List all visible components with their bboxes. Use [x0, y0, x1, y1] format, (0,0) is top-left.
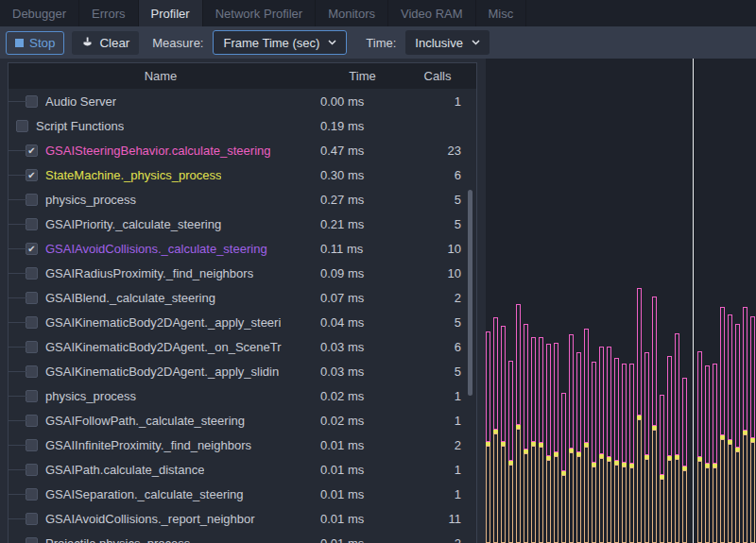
table-row[interactable]: GSAIAvoidCollisions._report_neighbor0.01…	[9, 506, 476, 531]
frame-bar-physics[interactable]	[637, 419, 642, 543]
frame-bar-physics[interactable]	[592, 467, 596, 543]
frame-bar-physics[interactable]	[508, 465, 513, 543]
frame-bar-physics[interactable]	[531, 446, 536, 543]
tab-profiler[interactable]: Profiler	[139, 0, 203, 26]
table-row[interactable]: GSAIPriority._calculate_steering0.21 ms5	[9, 212, 476, 236]
frame-bar-physics[interactable]	[493, 433, 498, 543]
frame-bar-physics[interactable]	[667, 460, 672, 543]
frame-bar-statemachine[interactable]	[576, 452, 581, 456]
row-checkbox[interactable]	[26, 218, 38, 230]
frame-bar-physics[interactable]	[743, 434, 747, 543]
frame-bar-physics[interactable]	[629, 467, 634, 543]
frame-bar-steering[interactable]	[554, 343, 558, 452]
table-row[interactable]: Script Functions0.19 ms	[9, 113, 476, 138]
frame-bar-steering[interactable]	[539, 337, 543, 443]
table-row[interactable]: physics_process0.02 ms1	[9, 383, 476, 408]
table-row[interactable]: Audio Server0.00 ms1	[9, 89, 476, 113]
frame-bar-statemachine[interactable]	[697, 457, 702, 461]
tab-video-ram[interactable]: Video RAM	[388, 0, 476, 26]
table-row[interactable]: GSAIKinematicBody2DAgent._on_SceneTr0.03…	[9, 334, 476, 359]
frame-bar-physics[interactable]	[660, 479, 664, 543]
frame-bar-physics[interactable]	[539, 447, 543, 543]
tab-network-profiler[interactable]: Network Profiler	[203, 0, 316, 26]
frame-bar-statemachine[interactable]	[675, 455, 679, 459]
frame-bar-statemachine[interactable]	[667, 456, 672, 460]
frame-bar-statemachine[interactable]	[652, 426, 657, 430]
frame-bar-steering[interactable]	[735, 324, 740, 448]
frame-bar-physics[interactable]	[682, 470, 687, 543]
frame-bar-physics[interactable]	[750, 442, 755, 543]
frame-bar-physics[interactable]	[697, 461, 702, 543]
frame-bar-steering[interactable]	[667, 356, 672, 456]
frame-bar-steering[interactable]	[493, 317, 498, 430]
selected-frame-cursor[interactable]	[693, 59, 694, 543]
frame-bar-statemachine[interactable]	[607, 457, 611, 461]
frame-bar-steering[interactable]	[697, 351, 702, 457]
row-checkbox[interactable]	[26, 365, 38, 378]
frame-bar-statemachine[interactable]	[705, 464, 710, 467]
table-row[interactable]: GSAIBlend._calculate_steering0.07 ms2	[9, 285, 476, 310]
frame-bar-steering[interactable]	[637, 288, 642, 416]
frame-bar-physics[interactable]	[486, 446, 490, 543]
frame-bar-physics[interactable]	[675, 459, 679, 543]
frame-bar-steering[interactable]	[576, 352, 581, 452]
frame-bar-steering[interactable]	[675, 333, 679, 455]
frame-bar-steering[interactable]	[531, 337, 536, 442]
frame-bar-statemachine[interactable]	[554, 452, 558, 456]
row-checkbox[interactable]	[26, 341, 38, 353]
frame-bar-statemachine[interactable]	[531, 442, 536, 446]
frame-bar-physics[interactable]	[546, 460, 551, 543]
frame-bar-physics[interactable]	[524, 453, 528, 543]
frame-bar-statemachine[interactable]	[493, 430, 498, 433]
stop-button[interactable]: Stop	[6, 31, 64, 55]
row-checkbox[interactable]	[16, 120, 28, 132]
frame-bar-statemachine[interactable]	[728, 440, 732, 444]
table-row[interactable]: GSAIKinematicBody2DAgent._apply_steeri0.…	[9, 310, 476, 334]
table-row[interactable]: physics_process0.27 ms5	[9, 187, 476, 212]
row-checkbox[interactable]	[26, 390, 38, 402]
frame-bar-physics[interactable]	[705, 467, 710, 543]
table-row[interactable]: GSAIPath.calculate_distance0.01 ms1	[9, 457, 476, 482]
tab-misc[interactable]: Misc	[476, 0, 527, 26]
frame-bar-physics[interactable]	[584, 447, 589, 543]
frame-bar-statemachine[interactable]	[501, 442, 506, 446]
frame-bar-physics[interactable]	[501, 446, 506, 543]
frame-bar-steering[interactable]	[569, 334, 574, 449]
frame-bar-physics[interactable]	[614, 465, 619, 543]
frame-bar-physics[interactable]	[644, 459, 649, 543]
frame-bar-physics[interactable]	[607, 461, 611, 543]
table-row[interactable]: GSAIRadiusProximity._find_neighbors0.09 …	[9, 261, 476, 285]
row-checkbox-checked[interactable]: ✔	[26, 243, 38, 255]
frame-bar-steering[interactable]	[652, 297, 657, 426]
table-row[interactable]: Projectile.physics_process0.01 ms2	[9, 531, 476, 543]
row-checkbox-checked[interactable]: ✔	[26, 144, 38, 157]
table-row[interactable]: ✔GSAISteeringBehavior.calculate_steering…	[9, 138, 476, 162]
table-row[interactable]: ✔StateMachine._physics_process0.30 ms6	[9, 162, 476, 187]
frame-bar-physics[interactable]	[599, 458, 604, 543]
clear-button[interactable]: Clear	[72, 31, 139, 55]
frame-bar-statemachine[interactable]	[614, 461, 619, 465]
frame-bar-physics[interactable]	[561, 475, 566, 543]
frame-bar-statemachine[interactable]	[720, 435, 725, 439]
frame-bar-physics[interactable]	[735, 451, 740, 543]
row-checkbox[interactable]	[26, 415, 38, 427]
row-checkbox[interactable]	[26, 194, 38, 206]
frame-bar-steering[interactable]	[743, 307, 747, 431]
frame-bar-statemachine[interactable]	[622, 463, 627, 467]
frame-bar-steering[interactable]	[713, 364, 717, 464]
tab-errors[interactable]: Errors	[79, 0, 138, 26]
frame-bar-statemachine[interactable]	[539, 443, 543, 447]
frame-bar-statemachine[interactable]	[750, 438, 755, 442]
measure-dropdown[interactable]: Frame Time (sec)	[213, 30, 347, 55]
table-row[interactable]: GSAIFollowPath._calculate_steering0.02 m…	[9, 408, 476, 433]
row-checkbox[interactable]	[26, 95, 38, 108]
frame-bar-statemachine[interactable]	[486, 442, 490, 446]
frame-bar-steering[interactable]	[607, 347, 611, 457]
frame-bar-statemachine[interactable]	[660, 475, 664, 479]
frame-bar-statemachine[interactable]	[569, 449, 574, 452]
row-checkbox[interactable]	[26, 488, 38, 501]
header-name[interactable]: Name	[9, 69, 313, 83]
frame-bar-steering[interactable]	[644, 352, 649, 455]
frame-bar-steering[interactable]	[561, 393, 566, 471]
frame-graph[interactable]	[486, 59, 756, 543]
